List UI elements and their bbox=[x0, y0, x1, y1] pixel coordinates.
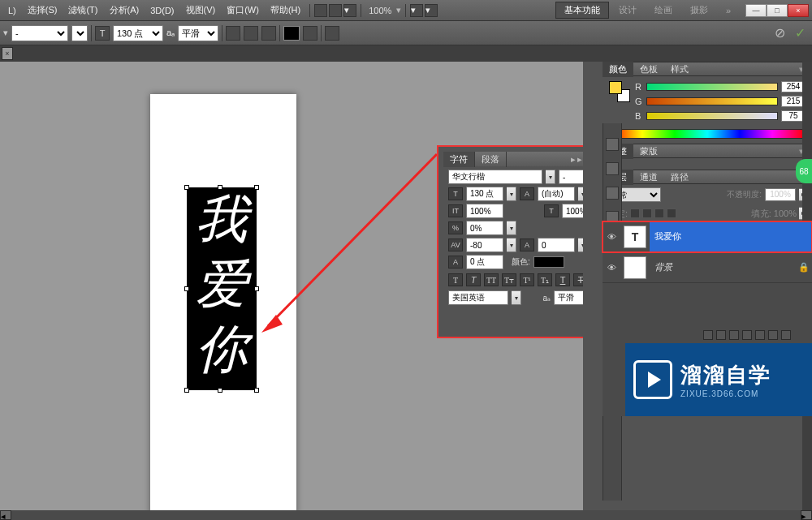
transform-handle[interactable] bbox=[184, 286, 189, 291]
menu-item[interactable]: 滤镜(T) bbox=[63, 2, 102, 19]
char-hscale[interactable]: 100% bbox=[562, 204, 583, 218]
tab-styles[interactable]: 样式 bbox=[664, 62, 695, 77]
faux-bold-icon[interactable]: T bbox=[448, 273, 463, 286]
g-slider[interactable] bbox=[646, 97, 778, 105]
char-kerning[interactable]: -80 bbox=[466, 238, 503, 252]
workspace-tab[interactable]: 绘画 bbox=[646, 2, 680, 18]
transform-handle[interactable] bbox=[184, 185, 189, 190]
workspace-tab[interactable]: 设计 bbox=[611, 2, 645, 18]
layer-fx-icon[interactable] bbox=[716, 330, 726, 340]
launch-bridge-icon[interactable] bbox=[314, 4, 327, 17]
text-layer-box[interactable]: 我 爱 你 bbox=[187, 187, 257, 390]
fg-bg-swatch[interactable] bbox=[609, 81, 630, 102]
menu-item[interactable]: 视图(V) bbox=[181, 2, 221, 19]
dropdown-icon[interactable]: ▾ bbox=[578, 187, 583, 201]
font-style-select[interactable]: - bbox=[71, 25, 88, 41]
workspace-tab[interactable]: 摄影 bbox=[682, 2, 716, 18]
lock-image-icon[interactable] bbox=[642, 208, 652, 218]
char-leading[interactable]: (自动) bbox=[538, 187, 575, 201]
char-font-family[interactable]: 华文行楷 bbox=[448, 170, 542, 184]
document-tab-close[interactable]: × bbox=[2, 47, 13, 60]
char-language[interactable]: 美国英语 bbox=[448, 290, 508, 305]
smallcaps-icon[interactable]: Tᴛ bbox=[502, 273, 516, 286]
scroll-right-icon[interactable]: ▸ bbox=[801, 510, 812, 520]
character-panel[interactable]: 字符 段落 ▸▸ ▾≡ 华文行楷▾ -▾ T 130 点▾ A (自动)▾ bbox=[437, 145, 583, 338]
transform-handle[interactable] bbox=[254, 388, 259, 393]
tab-swatches[interactable]: 色板 bbox=[633, 62, 664, 77]
font-size-select[interactable]: 130 点 bbox=[113, 25, 163, 41]
tab-masks[interactable]: 蒙版 bbox=[633, 144, 664, 159]
antialias-select[interactable]: 平滑 bbox=[178, 25, 218, 41]
maximize-button[interactable]: □ bbox=[767, 4, 788, 17]
lock-all-icon[interactable] bbox=[667, 208, 676, 218]
layer-name[interactable]: 背景 bbox=[650, 252, 796, 282]
visibility-icon[interactable]: 👁 bbox=[603, 263, 620, 273]
opacity-value[interactable]: 100% bbox=[765, 188, 796, 201]
screen-mode-icon[interactable]: ▾ bbox=[425, 4, 438, 17]
canvas[interactable]: 我 爱 你 字符 段落 ▸▸ ▾≡ bbox=[0, 62, 583, 510]
layer-thumb[interactable]: T bbox=[624, 226, 646, 248]
transform-handle[interactable] bbox=[184, 388, 189, 393]
strikethrough-icon[interactable]: T bbox=[573, 273, 583, 286]
workspace-tab-active[interactable]: 基本功能 bbox=[555, 2, 609, 19]
dropdown-icon[interactable]: ▾ bbox=[546, 170, 555, 184]
launch-minibridge-icon[interactable] bbox=[329, 4, 342, 17]
menu-item[interactable]: L) bbox=[3, 3, 21, 18]
trash-icon[interactable] bbox=[781, 330, 791, 340]
char-size[interactable]: 130 点 bbox=[466, 187, 503, 201]
dropdown-icon[interactable]: ▾ bbox=[507, 238, 516, 252]
transform-handle[interactable] bbox=[218, 388, 222, 393]
b-slider[interactable] bbox=[646, 112, 778, 120]
link-layers-icon[interactable] bbox=[703, 330, 713, 340]
history-panel-icon[interactable] bbox=[606, 138, 619, 151]
char-tracking-pct[interactable]: 0% bbox=[466, 221, 503, 235]
dropdown-icon[interactable]: ▾ bbox=[507, 187, 516, 201]
tab-character[interactable]: 字符 bbox=[443, 152, 475, 167]
menu-item[interactable]: 帮助(H) bbox=[266, 2, 305, 19]
layer-name[interactable]: 我爱你 bbox=[650, 221, 812, 251]
char-tsume[interactable]: 0 bbox=[538, 238, 575, 252]
subscript-icon[interactable]: T₁ bbox=[538, 273, 552, 286]
lock-position-icon[interactable] bbox=[654, 208, 664, 218]
align-bottom-icon[interactable] bbox=[261, 26, 276, 41]
tab-color[interactable]: 颜色 bbox=[603, 62, 633, 77]
align-top-icon[interactable] bbox=[226, 26, 240, 41]
tool-presets-panel-icon[interactable] bbox=[606, 187, 619, 200]
scroll-left-icon[interactable]: ◂ bbox=[0, 510, 11, 520]
arrange-docs-icon[interactable]: ▾ bbox=[410, 4, 423, 17]
lock-transparent-icon[interactable] bbox=[630, 208, 640, 218]
group-icon[interactable] bbox=[755, 330, 765, 340]
char-color-swatch[interactable] bbox=[533, 256, 564, 268]
adjustment-layer-icon[interactable] bbox=[742, 330, 752, 340]
allcaps-icon[interactable]: TT bbox=[484, 273, 499, 286]
char-vscale[interactable]: 100% bbox=[466, 204, 503, 218]
tab-paths[interactable]: 路径 bbox=[664, 170, 695, 185]
new-layer-icon[interactable] bbox=[768, 330, 778, 340]
layer-mask-icon[interactable] bbox=[729, 330, 739, 340]
char-baseline[interactable]: 0 点 bbox=[466, 255, 503, 269]
layer-row[interactable]: 👁 T 我爱你 bbox=[603, 221, 812, 252]
char-antialias[interactable]: 平滑 bbox=[554, 290, 583, 305]
tab-channels[interactable]: 通道 bbox=[633, 170, 664, 185]
close-button[interactable]: × bbox=[788, 4, 809, 17]
transform-handle[interactable] bbox=[218, 185, 222, 190]
commit-icon[interactable]: ✓ bbox=[792, 25, 809, 41]
fill-value[interactable]: 100% bbox=[774, 208, 797, 218]
menu-item[interactable]: 窗口(W) bbox=[222, 2, 264, 19]
canvas-scrollbar[interactable]: ◂ ▸ bbox=[0, 510, 812, 520]
align-center-icon[interactable] bbox=[244, 26, 258, 41]
cancel-icon[interactable]: ⊘ bbox=[771, 25, 788, 41]
menu-item[interactable]: 3D(D) bbox=[145, 3, 179, 18]
dropdown-icon[interactable]: ▾ bbox=[507, 221, 516, 235]
tab-paragraph[interactable]: 段落 bbox=[475, 152, 507, 167]
layer-row[interactable]: 👁 背景 🔒 bbox=[603, 252, 812, 283]
menu-item[interactable]: 选择(S) bbox=[23, 2, 63, 19]
layer-thumb[interactable] bbox=[624, 256, 646, 279]
workspace-more[interactable]: » bbox=[718, 4, 739, 17]
visibility-icon[interactable]: 👁 bbox=[603, 232, 620, 242]
r-slider[interactable] bbox=[646, 83, 778, 91]
panel-menu-icon[interactable]: ▸▸ ▾≡ bbox=[571, 154, 583, 165]
transform-handle[interactable] bbox=[254, 286, 259, 291]
char-panel-toggle-icon[interactable] bbox=[325, 26, 339, 41]
superscript-icon[interactable]: T¹ bbox=[520, 273, 534, 286]
